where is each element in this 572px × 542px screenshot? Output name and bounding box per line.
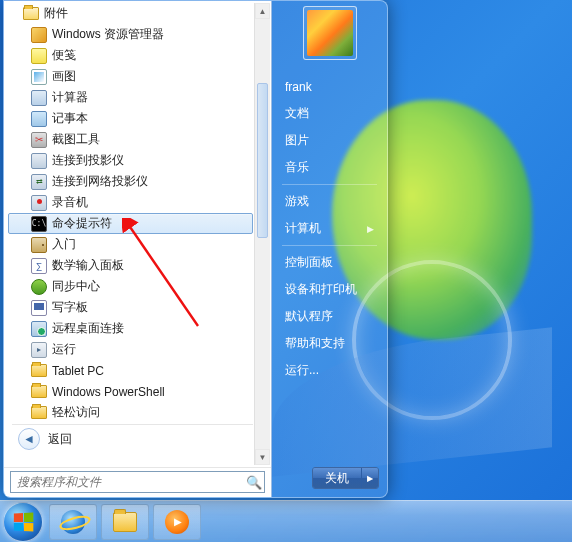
taskbar-item-internet-explorer[interactable] (49, 504, 97, 540)
program-label: 命令提示符 (52, 215, 112, 232)
program-item-item[interactable]: 远程桌面连接 (8, 318, 253, 339)
program-item-item[interactable]: 连接到投影仪 (8, 150, 253, 171)
ic-rdp-icon (31, 321, 47, 337)
ic-explorer-icon (31, 27, 47, 43)
ic-proj-icon (31, 153, 47, 169)
search-row: 🔍 (4, 467, 271, 497)
username-label: frank (285, 80, 312, 94)
folder-icon (31, 405, 47, 421)
program-item-item[interactable]: 同步中心 (8, 276, 253, 297)
program-label: 连接到网络投影仪 (52, 173, 148, 190)
right-item-label: 文档 (285, 105, 309, 122)
right-item-item[interactable]: 文档 (274, 100, 385, 127)
program-item-windows[interactable]: Windows 资源管理器 (8, 24, 253, 45)
program-item-item[interactable]: 入门 (8, 234, 253, 255)
program-item-tablet-pc[interactable]: Tablet PC (8, 360, 253, 381)
right-item-label: 游戏 (285, 193, 309, 210)
user-avatar[interactable] (303, 6, 357, 60)
back-button[interactable]: ◄返回 (8, 426, 253, 452)
right-item-item[interactable]: 图片 (274, 127, 385, 154)
ic-paint-icon (31, 69, 47, 85)
program-label: 截图工具 (52, 131, 100, 148)
shutdown-row: 关机 ▶ (272, 461, 387, 497)
taskbar-item-media-player[interactable] (153, 504, 201, 540)
folder-label: 附件 (44, 5, 68, 22)
right-item-label: 音乐 (285, 159, 309, 176)
right-item-item[interactable]: 音乐 (274, 154, 385, 181)
search-input[interactable] (11, 472, 244, 492)
programs-scroll-area[interactable]: 附件Windows 资源管理器便笺画图计算器记事本截图工具连接到投影仪⇄连接到网… (4, 1, 271, 467)
internet-explorer-icon (61, 510, 85, 534)
ic-math-icon: ∑ (31, 258, 47, 274)
media-player-icon (165, 510, 189, 534)
ic-sync-icon (31, 279, 47, 295)
shutdown-label: 关机 (325, 470, 349, 487)
program-label: 运行 (52, 341, 76, 358)
separator (282, 184, 377, 185)
start-button[interactable] (3, 502, 43, 542)
program-label: 画图 (52, 68, 76, 85)
program-label: 数学输入面板 (52, 257, 124, 274)
search-box[interactable]: 🔍 (10, 471, 265, 493)
program-item-item[interactable]: 计算器 (8, 87, 253, 108)
right-item-item[interactable]: 默认程序 (274, 303, 385, 330)
right-item-item[interactable]: 控制面板 (274, 249, 385, 276)
separator (282, 245, 377, 246)
right-item-item[interactable]: 运行... (274, 357, 385, 384)
scroll-up-arrow[interactable]: ▲ (255, 3, 270, 19)
program-label: Windows 资源管理器 (52, 26, 164, 43)
program-item-item[interactable]: 录音机 (8, 192, 253, 213)
scroll-down-arrow[interactable]: ▼ (255, 449, 270, 465)
program-item-item[interactable]: 记事本 (8, 108, 253, 129)
ic-calc-icon (31, 90, 47, 106)
back-arrow-icon: ◄ (18, 428, 40, 450)
right-item-label: 控制面板 (285, 254, 333, 271)
program-label: 便笺 (52, 47, 76, 64)
start-menu: 附件Windows 资源管理器便笺画图计算器记事本截图工具连接到投影仪⇄连接到网… (3, 0, 388, 498)
ic-run-icon (31, 342, 47, 358)
ic-door-icon (31, 237, 47, 253)
taskbar-item-file-explorer[interactable] (101, 504, 149, 540)
separator (12, 424, 253, 425)
right-item-label: 运行... (285, 362, 319, 379)
program-item-item[interactable]: 轻松访问 (8, 402, 253, 423)
shutdown-options-button[interactable]: ▶ (362, 468, 378, 488)
right-item-username[interactable]: frank (274, 73, 385, 100)
program-item-item[interactable]: 便笺 (8, 45, 253, 66)
program-label: 连接到投影仪 (52, 152, 124, 169)
program-item-item[interactable]: 运行 (8, 339, 253, 360)
right-item-label: 帮助和支持 (285, 335, 345, 352)
scrollbar[interactable]: ▲ ▼ (254, 3, 270, 465)
right-item-item[interactable]: 帮助和支持 (274, 330, 385, 357)
program-label: Windows PowerShell (52, 385, 165, 399)
taskbar (0, 500, 572, 542)
right-item-item[interactable]: 计算机▶ (274, 215, 385, 242)
program-item-item[interactable]: 画图 (8, 66, 253, 87)
shutdown-button-group: 关机 ▶ (312, 467, 379, 489)
file-explorer-icon (113, 512, 137, 532)
start-menu-programs-panel: 附件Windows 资源管理器便笺画图计算器记事本截图工具连接到投影仪⇄连接到网… (4, 1, 272, 497)
folder-accessories[interactable]: 附件 (8, 3, 253, 24)
ic-projnet-icon: ⇄ (31, 174, 47, 190)
folder-icon (31, 363, 47, 379)
shutdown-button[interactable]: 关机 (313, 468, 362, 488)
right-item-label: 图片 (285, 132, 309, 149)
ic-snip-icon (31, 132, 47, 148)
program-item-windows-powershell[interactable]: Windows PowerShell (8, 381, 253, 402)
program-label: 入门 (52, 236, 76, 253)
program-item-item[interactable]: ∑数学输入面板 (8, 255, 253, 276)
ic-ps-folder-icon (31, 384, 47, 400)
program-label: 写字板 (52, 299, 88, 316)
program-item-item[interactable]: 截图工具 (8, 129, 253, 150)
program-label: 远程桌面连接 (52, 320, 124, 337)
scrollbar-thumb[interactable] (257, 83, 268, 238)
program-item-item[interactable]: ⇄连接到网络投影仪 (8, 171, 253, 192)
search-icon[interactable]: 🔍 (244, 472, 264, 492)
right-item-item[interactable]: 游戏 (274, 188, 385, 215)
right-item-item[interactable]: 设备和打印机 (274, 276, 385, 303)
right-item-label: 设备和打印机 (285, 281, 357, 298)
ic-notepad-icon (31, 111, 47, 127)
program-item-item[interactable]: 写字板 (8, 297, 253, 318)
program-item-item[interactable]: C:\命令提示符 (8, 213, 253, 234)
submenu-arrow-icon: ▶ (367, 224, 374, 234)
